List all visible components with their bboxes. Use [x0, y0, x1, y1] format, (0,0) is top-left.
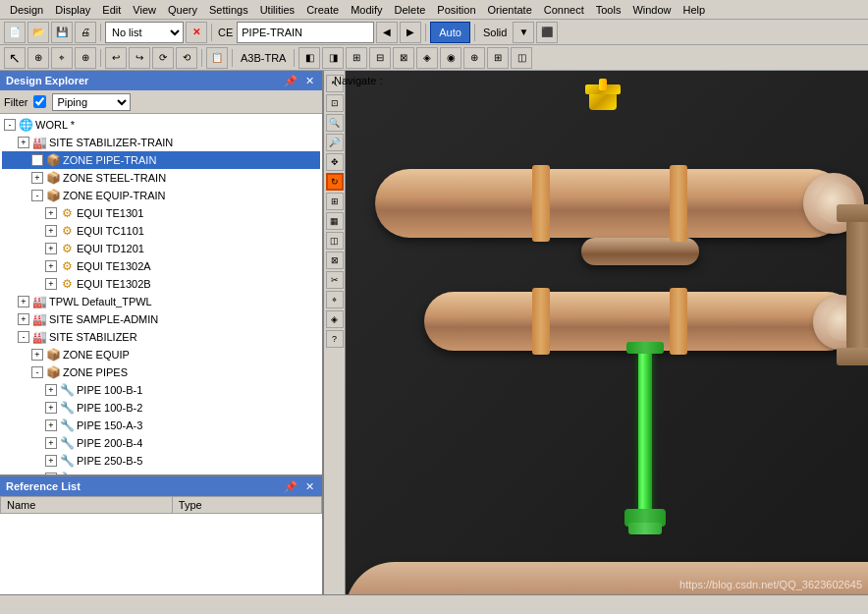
- cancel-btn[interactable]: ✕: [186, 22, 207, 43]
- rl-close-btn[interactable]: ✕: [303, 480, 316, 493]
- view-tool6[interactable]: ◈: [416, 47, 438, 69]
- tools4-btn[interactable]: ⟲: [176, 47, 197, 69]
- nav-back-btn[interactable]: ◀: [376, 22, 398, 43]
- de-pin-btn[interactable]: 📌: [282, 75, 299, 87]
- tools5-btn[interactable]: 📋: [206, 47, 228, 69]
- tree-container[interactable]: -🌐WORL *+🏭SITE STABILIZER-TRAIN-📦ZONE PI…: [0, 114, 322, 474]
- expand-btn-site-sample[interactable]: +: [18, 313, 29, 325]
- expand-btn-pipe-100b2[interactable]: +: [45, 402, 57, 414]
- tree-item-equi-tc1101[interactable]: +⚙EQUI TC1101: [2, 222, 320, 240]
- help-btn[interactable]: ?: [326, 330, 344, 348]
- view-tool3[interactable]: ⊞: [346, 47, 367, 69]
- no-list-dropdown[interactable]: No list: [105, 22, 184, 43]
- menu-display[interactable]: Display: [49, 2, 96, 18]
- snap-btn[interactable]: ⊕: [27, 47, 49, 69]
- fit-btn[interactable]: ⊞: [326, 193, 344, 210]
- menu-utilities[interactable]: Utilities: [254, 2, 300, 18]
- de-close-btn[interactable]: ✕: [303, 75, 316, 87]
- top-btn[interactable]: ⊠: [326, 251, 344, 269]
- expand-btn-equi-te1302a[interactable]: +: [45, 260, 57, 272]
- menu-connect[interactable]: Connect: [538, 2, 590, 18]
- tree-item-pipe-80b7[interactable]: -🔧PIPE 80-B-7: [2, 470, 320, 474]
- render-btn[interactable]: ◈: [326, 310, 344, 328]
- expand-btn-equi-td1201[interactable]: +: [45, 243, 57, 254]
- tree-item-zone-steel[interactable]: +📦ZONE STEEL-TRAIN: [2, 169, 320, 187]
- tools1-btn[interactable]: ↩: [105, 47, 127, 69]
- zoom-all-btn[interactable]: ⊡: [326, 94, 344, 112]
- measure-btn[interactable]: ⌖: [326, 291, 344, 308]
- tree-item-equi-te1302a[interactable]: +⚙EQUI TE1302A: [2, 257, 320, 275]
- new-btn[interactable]: 📄: [4, 22, 26, 43]
- expand-btn-zone-equip[interactable]: -: [31, 190, 43, 201]
- print-btn[interactable]: 🖨: [75, 22, 96, 43]
- tree-item-site-sample[interactable]: +🏭SITE SAMPLE-ADMIN: [2, 310, 320, 328]
- tree-item-pipe-100b2[interactable]: +🔧PIPE 100-B-2: [2, 399, 320, 417]
- view-tool9[interactable]: ⊞: [487, 47, 509, 69]
- view-tool4[interactable]: ⊟: [369, 47, 391, 69]
- menu-help[interactable]: Help: [678, 2, 712, 18]
- menu-delete[interactable]: Delete: [389, 2, 432, 18]
- tree-item-zone-equip2[interactable]: +📦ZONE EQUIP: [2, 346, 320, 363]
- rl-pin-btn[interactable]: 📌: [282, 480, 299, 493]
- save-btn[interactable]: 💾: [51, 22, 73, 43]
- view-tool1[interactable]: ◧: [298, 47, 320, 69]
- tree-item-tpwl[interactable]: +🏭TPWL Default_TPWL: [2, 293, 320, 310]
- zoom-out-btn[interactable]: 🔎: [326, 134, 344, 151]
- menu-query[interactable]: Query: [162, 2, 203, 18]
- expand-btn-zone-equip2[interactable]: +: [31, 349, 43, 361]
- clip-btn[interactable]: ✂: [326, 271, 344, 289]
- view-tool7[interactable]: ◉: [440, 47, 461, 69]
- tree-item-pipe-100b1[interactable]: +🔧PIPE 100-B-1: [2, 381, 320, 399]
- menu-edit[interactable]: Edit: [96, 2, 127, 18]
- menu-view[interactable]: View: [127, 2, 162, 18]
- canvas-area[interactable]: https://blog.csdn.net/QQ_3623602645: [346, 71, 868, 594]
- tools3-btn[interactable]: ⟳: [152, 47, 174, 69]
- expand-btn-equi-te1302b[interactable]: +: [45, 278, 57, 290]
- zoom-in-btn[interactable]: 🔍: [326, 114, 344, 132]
- expand-btn-pipe-80b7[interactable]: -: [45, 473, 57, 474]
- tree-item-site-stab2[interactable]: -🏭SITE STABILIZER: [2, 328, 320, 346]
- front-btn[interactable]: ▦: [326, 212, 344, 230]
- solid-icon-btn[interactable]: ⬛: [536, 22, 558, 43]
- menu-settings[interactable]: Settings: [203, 2, 254, 18]
- expand-btn-pipe-150a3[interactable]: +: [45, 419, 57, 431]
- tree-item-site-stab[interactable]: +🏭SITE STABILIZER-TRAIN: [2, 134, 320, 151]
- view-tool8[interactable]: ⊕: [463, 47, 485, 69]
- expand-btn-worl[interactable]: -: [4, 119, 16, 131]
- open-btn[interactable]: 📂: [27, 22, 49, 43]
- tree-item-pipe-150a3[interactable]: +🔧PIPE 150-A-3: [2, 417, 320, 434]
- expand-btn-tpwl[interactable]: +: [18, 296, 29, 307]
- expand-btn-equi-tc1101[interactable]: +: [45, 225, 57, 237]
- pan-btn[interactable]: ✥: [326, 153, 344, 171]
- filter-dropdown[interactable]: Piping: [52, 93, 131, 111]
- expand-btn-pipe-100b1[interactable]: +: [45, 384, 57, 396]
- tree-item-equi-td1201[interactable]: +⚙EQUI TD1201: [2, 240, 320, 257]
- pipe-train-input[interactable]: [237, 22, 374, 43]
- tools2-btn[interactable]: ↪: [129, 47, 150, 69]
- menu-position[interactable]: Position: [431, 2, 481, 18]
- menu-tools[interactable]: Tools: [590, 2, 627, 18]
- solid-options-btn[interactable]: ▼: [513, 22, 534, 43]
- tree-item-zone-equip[interactable]: -📦ZONE EQUIP-TRAIN: [2, 187, 320, 204]
- snap3-btn[interactable]: ⊕: [75, 47, 96, 69]
- expand-btn-site-stab2[interactable]: -: [18, 331, 29, 343]
- tree-item-worl[interactable]: -🌐WORL *: [2, 116, 320, 134]
- expand-btn-pipe-200b4[interactable]: +: [45, 437, 57, 449]
- expand-btn-pipe-250b5[interactable]: +: [45, 455, 57, 467]
- nav-fwd-btn[interactable]: ▶: [400, 22, 421, 43]
- select-btn[interactable]: ↖: [4, 47, 26, 69]
- expand-btn-zone-pipes[interactable]: -: [31, 366, 43, 378]
- side-btn[interactable]: ◫: [326, 232, 344, 250]
- view-tool10[interactable]: ◫: [511, 47, 532, 69]
- right-panel[interactable]: Navigate : ↖ ⊡ 🔍 🔎 ✥ ↻ ⊞ ▦ ◫ ⊠ ✂ ⌖ ◈ ?: [324, 71, 868, 594]
- menu-window[interactable]: Window: [626, 2, 677, 18]
- view-tool2[interactable]: ◨: [322, 47, 344, 69]
- snap2-btn[interactable]: ⌖: [51, 47, 73, 69]
- tree-item-equi-te1302b[interactable]: +⚙EQUI TE1302B: [2, 275, 320, 293]
- menu-design[interactable]: Design: [4, 2, 49, 18]
- expand-btn-equi-te1301[interactable]: +: [45, 207, 57, 219]
- auto-btn[interactable]: Auto: [430, 22, 470, 43]
- expand-btn-site-stab[interactable]: +: [18, 137, 29, 148]
- tree-item-zone-pipes[interactable]: -📦ZONE PIPES: [2, 363, 320, 381]
- menu-modify[interactable]: Modify: [345, 2, 388, 18]
